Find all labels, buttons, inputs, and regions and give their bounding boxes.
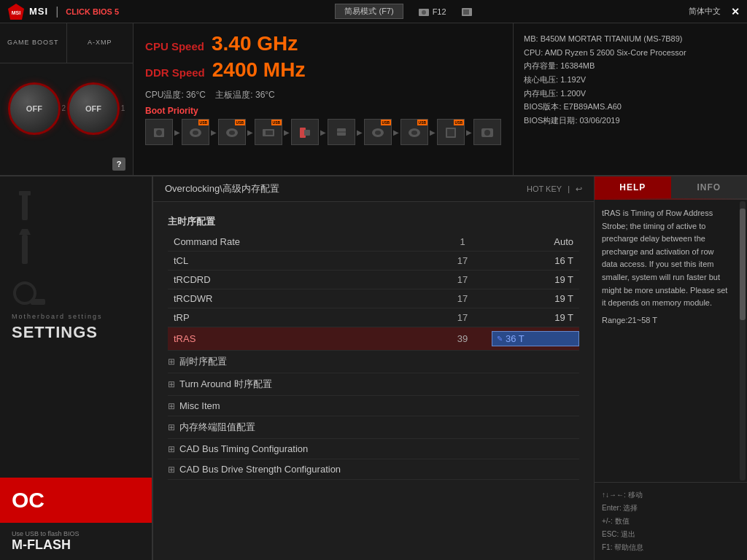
f12-button[interactable]: F12 — [418, 7, 446, 17]
collapsible-row[interactable]: ⊞ CAD Bus Drive Strength Configuration — [168, 459, 579, 480]
cpu-value: AMD Ryzen 5 2600 Six-Core Processor — [545, 48, 686, 57]
svg-point-7 — [156, 130, 162, 136]
expand-icon: ⊞ — [168, 401, 175, 411]
memory-label: 内存容量: — [524, 61, 558, 70]
table-row[interactable]: tRCDRD 17 19 T — [168, 271, 579, 289]
knob-container: OFF 2 OFF 1 — [0, 63, 133, 153]
expand-icon: ⊞ — [168, 357, 175, 367]
svg-rect-15 — [304, 130, 310, 136]
axmp-state: OFF — [85, 104, 101, 113]
svg-rect-28 — [22, 235, 28, 264]
edit-icon: ✎ — [497, 335, 503, 343]
axmp-num-left: 2 — [62, 104, 66, 112]
boot-device-1[interactable] — [145, 119, 173, 145]
top-bar: MSI MSI | CLICK BIOS 5 简易模式 (F7) F12 简体中… — [0, 0, 747, 23]
svg-point-19 — [375, 131, 381, 135]
scrollbar[interactable] — [740, 201, 746, 481]
boot-devices: ▶ USB ▶ USB ▶ USB ▶ ▶ ▶ — [145, 119, 501, 145]
close-button[interactable]: ✕ — [731, 6, 740, 18]
table-row[interactable]: tRCDWR 17 19 T — [168, 289, 579, 308]
section-title: 主时序配置 — [168, 215, 579, 228]
bios-version-label: BIOS版本: — [524, 102, 561, 111]
boot-device-6[interactable] — [328, 119, 355, 145]
collapsible-label: 内存终端阻值配置 — [179, 421, 255, 434]
svg-rect-27 — [19, 191, 31, 195]
language-button[interactable]: 简体中文 — [689, 6, 721, 17]
core-voltage-value: 1.192V — [560, 75, 586, 84]
collapsible-label: 副时序配置 — [179, 355, 227, 368]
boot-device-2[interactable]: USB — [182, 119, 209, 145]
mem-voltage-label: 内存电压: — [524, 89, 558, 98]
sidebar-mflash-item[interactable]: Use USB to flash BIOS M-FLASH — [0, 523, 152, 560]
collapsible-row[interactable]: ⊞ 副时序配置 — [168, 351, 579, 373]
product-name: CLICK BIOS 5 — [66, 7, 119, 16]
table-row[interactable]: tRP 17 19 T — [168, 308, 579, 327]
cpu-temp-label: CPU温度: — [145, 90, 184, 100]
game-boost-knob[interactable]: OFF — [8, 82, 61, 135]
collapsible-row[interactable]: ⊞ Turn Around 时序配置 — [168, 373, 579, 396]
mb-value: B450M MORTAR TITANIUM (MS-7B89) — [541, 34, 683, 43]
right-panel: HELP INFO tRAS is Timing of Row Address … — [594, 176, 747, 560]
table-row[interactable]: tCL 17 16 T — [168, 252, 579, 271]
collapsible-row[interactable]: ⊞ 内存终端阻值配置 — [168, 416, 579, 439]
game-boost-state: OFF — [26, 104, 42, 113]
main-content: Motherboard settings SETTINGS OC Use USB… — [0, 176, 747, 560]
center-content: Overclocking\高级内存配置 HOT KEY | ↩ 主时序配置 Co… — [153, 176, 594, 560]
board-temp-value: 36°C — [255, 90, 275, 100]
back-icon[interactable]: ↩ — [576, 184, 582, 194]
boot-device-8[interactable]: USB — [400, 119, 428, 145]
bios-date-label: BIOS构建日期: — [524, 116, 577, 125]
axmp-num-right: 1 — [121, 104, 125, 112]
game-boost-section[interactable]: GAME BOOST — [0, 23, 67, 63]
sidebar-oc-item[interactable]: OC — [0, 478, 152, 523]
sidebar-mflash-label: M-FLASH — [12, 537, 140, 553]
nav-hints: ↑↓→←: 移动 Enter: 选择 +/-: 数值 ESC: 退出 F1: 帮… — [595, 482, 747, 560]
boot-device-10[interactable] — [473, 119, 501, 145]
collapsible-row[interactable]: ⊞ Misc Item — [168, 396, 579, 416]
collapsible-label: Misc Item — [179, 400, 220, 411]
collapsible-row[interactable]: ⊞ CAD Bus Timing Configuration — [168, 439, 579, 459]
svg-rect-5 — [463, 9, 469, 15]
game-boost-label: GAME BOOST — [7, 39, 59, 46]
collapsible-label: Turn Around 时序配置 — [179, 378, 272, 391]
table-row-highlighted[interactable]: tRAS 39 ✎ 36 T — [168, 327, 579, 351]
axmp-section[interactable]: A-XMP — [67, 23, 133, 63]
screenshot-icon[interactable] — [461, 7, 473, 17]
axmp-knob[interactable]: OFF — [67, 82, 120, 135]
help-icon[interactable]: ? — [112, 158, 125, 171]
right-tabs: HELP INFO — [595, 176, 747, 198]
nav-move: ↑↓→←: 移动 — [602, 489, 740, 502]
tab-help[interactable]: HELP — [595, 176, 671, 198]
tab-info[interactable]: INFO — [671, 176, 748, 198]
svg-point-9 — [193, 131, 198, 135]
help-content: tRAS is Timing of Row Address Strobe; th… — [595, 200, 738, 482]
nav-enter: Enter: 选择 — [602, 502, 740, 515]
svg-point-21 — [411, 131, 417, 135]
svg-point-11 — [229, 131, 235, 135]
system-info: MB: B450M MORTAR TITANIUM (MS-7B89) CPU:… — [513, 23, 747, 175]
sidebar-oc-label: OC — [12, 488, 140, 513]
expand-icon: ⊞ — [168, 464, 175, 475]
core-voltage-label: 核心电压: — [524, 75, 558, 84]
mem-voltage-value: 1.200V — [560, 89, 586, 98]
brand-area: MSI MSI | CLICK BIOS 5 — [7, 3, 119, 20]
boot-priority-label: Boot Priority — [145, 106, 501, 116]
boot-device-5[interactable] — [291, 119, 319, 145]
sidebar-settings-sublabel: Motherboard settings — [12, 313, 140, 320]
help-range: Range:21~58 T — [602, 314, 731, 327]
breadcrumb: Overclocking\高级内存配置 — [165, 182, 279, 195]
expand-icon: ⊞ — [168, 379, 175, 389]
boot-device-4[interactable]: USB — [255, 119, 282, 145]
table-row[interactable]: Command Rate 1 Auto — [168, 233, 579, 252]
mode-button[interactable]: 简易模式 (F7) — [335, 4, 403, 19]
hotkey-label: HOT KEY — [527, 184, 562, 193]
svg-marker-29 — [19, 229, 31, 235]
sidebar-settings-title[interactable]: SETTINGS — [12, 323, 140, 342]
boot-device-3[interactable]: USB — [218, 119, 246, 145]
msi-logo: MSI MSI | CLICK BIOS 5 — [7, 3, 119, 20]
boot-device-7[interactable]: USB — [364, 119, 392, 145]
ddr-speed-value: 2400 MHz — [212, 58, 306, 82]
boot-device-9[interactable]: USB — [437, 119, 465, 145]
top-bar-right: 简体中文 ✕ — [689, 6, 740, 18]
board-temp-label: 主板温度: — [215, 90, 252, 100]
